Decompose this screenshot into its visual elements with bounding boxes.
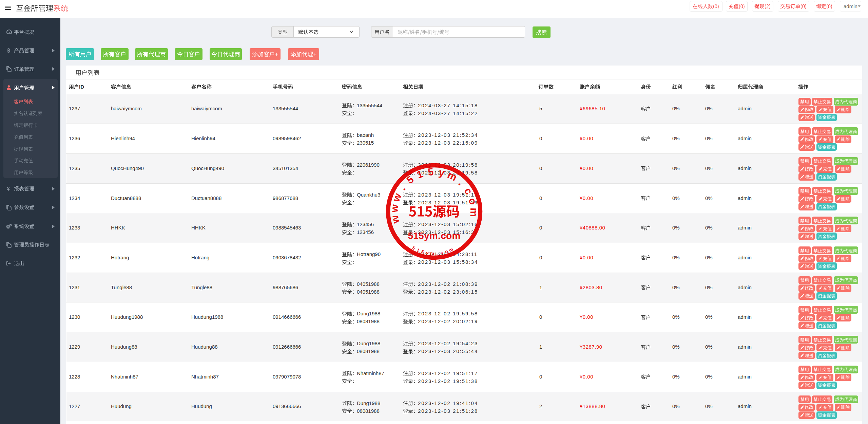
svg-text:5: 5 xyxy=(427,166,434,178)
svg-text:.: . xyxy=(397,183,407,192)
svg-text:y: y xyxy=(438,166,446,179)
svg-text:5: 5 xyxy=(421,249,425,255)
svg-text:515ym.com: 515ym.com xyxy=(408,231,460,241)
svg-text:y: y xyxy=(426,250,429,256)
svg-text:w: w xyxy=(388,204,400,213)
svg-text:m: m xyxy=(468,208,480,217)
svg-text:1: 1 xyxy=(416,247,420,253)
svg-text:c: c xyxy=(440,250,444,255)
svg-text:5: 5 xyxy=(404,173,416,186)
svg-text:o: o xyxy=(466,197,479,206)
svg-text:w: w xyxy=(389,214,401,225)
svg-text:o: o xyxy=(444,249,448,255)
svg-text:.: . xyxy=(436,251,438,256)
svg-text:c: c xyxy=(462,186,475,196)
svg-text:1: 1 xyxy=(415,168,424,181)
svg-text:.: . xyxy=(457,177,466,187)
svg-text:m: m xyxy=(430,251,435,256)
svg-text:w: w xyxy=(390,191,404,203)
